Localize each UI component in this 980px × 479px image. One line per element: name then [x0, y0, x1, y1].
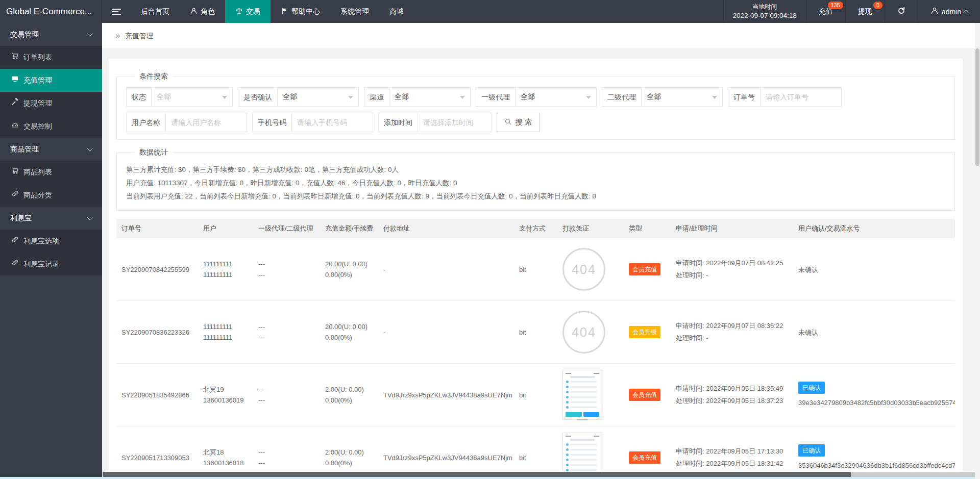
channel-select[interactable]: 全部 — [389, 87, 471, 107]
voucher-cell — [557, 426, 624, 479]
horizontal-scrollbar-thumb[interactable] — [103, 472, 851, 477]
sidebar-item-withdraw-management[interactable]: 提现管理 — [0, 92, 102, 115]
sidebar-item-lixibao-options[interactable]: 利息宝选项 — [0, 230, 102, 253]
voucher-404-placeholder[interactable]: 404 — [562, 311, 605, 354]
col-voucher: 打款凭证 — [557, 219, 624, 238]
bottom-edge-strip — [0, 477, 980, 479]
main-area: » 充值管理 条件搜索 状态 全部 是否确认 — [102, 23, 980, 479]
chevron-down-icon — [87, 31, 92, 36]
sidebar-group-trade-management[interactable]: 交易管理 — [0, 23, 102, 46]
withdraw-label: 提现 — [858, 7, 872, 16]
gavel-icon — [11, 92, 19, 115]
filter-username-label: 用户名称 — [126, 113, 166, 132]
table-row: SY2209051835492866 北冥1913600136019 -----… — [116, 364, 955, 426]
content: 条件搜索 状态 全部 是否确认 全部 — [102, 48, 980, 479]
pay-method-cell: bit — [514, 238, 557, 301]
order-no: SY2209070842255599 — [116, 238, 198, 301]
nav-item-mall[interactable]: 商城 — [379, 0, 414, 23]
local-time-label: 当地时间 — [733, 3, 797, 11]
withdraw-shortcut[interactable]: 提现 0 — [845, 0, 885, 23]
order-no-input[interactable] — [760, 87, 842, 107]
order-no: SY2209051713309053 — [116, 426, 198, 479]
col-amount: 充值金额/手续费 — [320, 219, 378, 238]
col-order-no: 订单号 — [116, 219, 198, 238]
voucher-cell: 404 — [557, 301, 624, 364]
caret-down-icon — [222, 96, 227, 99]
address-cell: TVd9Jrz9xsP5pZKLw3JV94438a9sUE7Njm — [378, 426, 514, 479]
link-icon — [11, 184, 19, 207]
sidebar-item-lixibao-records[interactable]: 利息宝记录 — [0, 253, 102, 275]
order-no: SY2209051835492866 — [116, 364, 198, 426]
sidebar-item-order-list[interactable]: 订单列表 — [0, 46, 102, 69]
amount-cell: 2.00(U: 0.00)0.00(0%) — [320, 364, 378, 426]
app-logo[interactable]: Global E-Commerce... — [0, 0, 102, 23]
status-select[interactable]: 全部 — [151, 87, 233, 107]
top-navigation: 后台首页 角色 交易 帮助中心 系统管理 商城 — [131, 0, 414, 23]
filter-username: 用户名称 — [126, 113, 247, 132]
voucher-image[interactable] — [562, 370, 602, 420]
sidebar-item-label: 订单列表 — [23, 46, 52, 69]
local-time: 当地时间 2022-09-07 09:04:18 — [723, 0, 806, 23]
link-icon — [11, 230, 19, 253]
confirm-cell: 已确认 39e3e34279809b3482fc5bbf30d03033b5ea… — [793, 364, 955, 426]
sidebar-group-label: 商品管理 — [10, 138, 39, 161]
col-pay-method: 支付方式 — [514, 219, 557, 238]
voucher-404-placeholder[interactable]: 404 — [562, 248, 605, 291]
confirm-text: 未确认 — [798, 329, 818, 336]
sidebar-group-lixibao[interactable]: 利息宝 — [0, 207, 102, 230]
withdraw-count-badge: 0 — [873, 2, 883, 9]
user-icon — [930, 7, 939, 16]
search-button-label: 搜 索 — [516, 118, 532, 127]
nav-item-roles[interactable]: 角色 — [180, 0, 225, 23]
amount-cell: 20.00(U: 0.00)0.00(0%) — [320, 238, 378, 301]
phone-input[interactable] — [291, 113, 373, 132]
breadcrumb-current: 充值管理 — [125, 23, 153, 48]
sidebar-group-label: 交易管理 — [10, 23, 39, 46]
sidebar-item-trade-control[interactable]: 交易控制 — [0, 115, 102, 138]
add-time-input[interactable] — [418, 113, 492, 132]
sidebar-item-label: 利息宝记录 — [23, 253, 59, 275]
table-header-row: 订单号 用户 一级代理/二级代理 充值金额/手续费 付款地址 支付方式 打款凭证… — [116, 219, 955, 238]
flag-icon — [281, 7, 288, 16]
user-menu[interactable]: admin — [918, 0, 980, 23]
nav-item-label: 系统管理 — [340, 7, 369, 16]
confirm-select[interactable]: 全部 — [277, 87, 359, 107]
sidebar-item-product-category[interactable]: 商品分类 — [0, 184, 102, 207]
user-cell: 111111111111111111 — [198, 238, 253, 301]
sidebar-toggle-button[interactable] — [102, 0, 131, 23]
vertical-scrollbar-thumb[interactable] — [975, 48, 979, 166]
sidebar-item-recharge-management[interactable]: 充值管理 — [0, 69, 102, 92]
sidebar: 交易管理 订单列表 充值管理 提现管理 交易控制 商品管理 商品列表 商品分类 … — [0, 23, 102, 479]
sidebar-group-product-management[interactable]: 商品管理 — [0, 138, 102, 161]
nav-item-label: 帮助中心 — [291, 7, 320, 16]
nav-item-trade[interactable]: 交易 — [225, 0, 271, 23]
username: admin — [942, 8, 961, 16]
sidebar-item-product-list[interactable]: 商品列表 — [0, 161, 102, 184]
nav-item-help-center[interactable]: 帮助中心 — [271, 0, 330, 23]
filter-add-time: 添加时间 — [378, 113, 492, 132]
cart-icon — [11, 46, 19, 69]
col-confirm: 用户确认/交易流水号 — [793, 219, 955, 238]
confirmed-badge: 已确认 — [798, 444, 825, 457]
stats-line-current-list: 当前列表用户充值: 22，当前列表今日新增充值: 0，当前列表昨日新增充值: 0… — [126, 190, 945, 203]
recharge-table-wrap: 订单号 用户 一级代理/二级代理 充值金额/手续费 付款地址 支付方式 打款凭证… — [116, 219, 955, 479]
refresh-button[interactable] — [885, 0, 918, 23]
type-badge: 会员充值 — [629, 389, 660, 401]
amount-cell: 20.00(U: 0.00)0.00(0%) — [320, 301, 378, 364]
nav-item-system[interactable]: 系统管理 — [330, 0, 379, 23]
search-button[interactable]: 搜 索 — [497, 113, 540, 132]
agents-cell: ------ — [253, 426, 320, 479]
filter-channel: 渠道 全部 — [364, 87, 471, 107]
recharge-shortcut[interactable]: 充值 135 — [806, 0, 845, 23]
filter-agent2-label: 二级代理 — [602, 87, 642, 107]
agent1-select[interactable]: 全部 — [515, 87, 597, 107]
confirm-text: 未确认 — [798, 266, 818, 273]
nav-item-dashboard[interactable]: 后台首页 — [131, 0, 180, 23]
filter-add-time-label: 添加时间 — [378, 113, 418, 132]
cart-icon — [11, 161, 19, 184]
sidebar-item-label: 提现管理 — [23, 92, 52, 115]
agent2-select[interactable]: 全部 — [641, 87, 723, 107]
sidebar-item-label: 充值管理 — [23, 69, 52, 92]
gauge-icon — [11, 115, 19, 138]
username-input[interactable] — [165, 113, 247, 132]
